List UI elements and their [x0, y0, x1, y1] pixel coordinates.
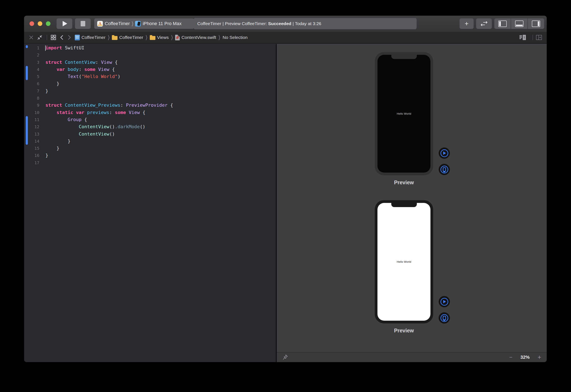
- preview-on-device-button[interactable]: [439, 164, 450, 175]
- live-preview-button[interactable]: [439, 147, 450, 159]
- minimize-window-button[interactable]: [38, 21, 42, 26]
- scheme-project: CoffeeTimer: [105, 21, 130, 26]
- left-panel-icon: [498, 20, 507, 27]
- text-cursor: [45, 45, 46, 51]
- preview-label: Preview: [375, 328, 433, 334]
- line-number: 1: [24, 44, 39, 52]
- breadcrumb-label: ContentView.swift: [181, 35, 216, 40]
- phone-screen-dark: Hello World: [377, 55, 430, 173]
- breadcrumb-chevron: 〉: [146, 34, 147, 41]
- preview-on-device-button[interactable]: [439, 312, 450, 324]
- code-line: Group {: [45, 116, 173, 123]
- breadcrumb-chevron: 〉: [108, 34, 109, 41]
- breadcrumb-item[interactable]: Views: [150, 35, 169, 40]
- device-circle-icon: [440, 314, 448, 322]
- phone-notch: [391, 55, 417, 59]
- adjust-editor-options-button[interactable]: [519, 35, 526, 40]
- line-number: 6: [24, 80, 39, 87]
- pin-preview-button[interactable]: [283, 354, 288, 360]
- code-editor[interactable]: 1234567891011121314151617 import SwiftUI…: [24, 44, 276, 362]
- live-preview-button[interactable]: [439, 296, 450, 307]
- folder-icon: [112, 36, 118, 40]
- zoom-in-button[interactable]: +: [538, 354, 541, 361]
- code-line: struct ContentView: View {: [45, 59, 173, 66]
- jumpbar-divider: [47, 35, 47, 40]
- code-text: import SwiftUIstruct ContentView: View {…: [45, 44, 173, 166]
- swift-file-icon: [175, 35, 180, 40]
- line-number: 8: [24, 95, 39, 102]
- breadcrumb-label: No Selection: [223, 35, 248, 40]
- breadcrumb-item[interactable]: CoffeeTimer: [112, 35, 143, 40]
- line-number: 3: [24, 59, 39, 66]
- run-button[interactable]: [57, 18, 72, 29]
- swap-arrows-icon: [480, 21, 488, 26]
- stop-icon: [81, 21, 85, 26]
- line-number: 16: [24, 152, 39, 159]
- breadcrumb-item[interactable]: No Selection: [223, 35, 248, 40]
- destination-device-icon: [135, 21, 141, 27]
- code-line: }: [45, 138, 173, 145]
- preview-phone-light: Hello World: [375, 200, 433, 323]
- close-window-button[interactable]: [30, 21, 34, 26]
- scheme-chevron: 〉: [132, 20, 133, 27]
- breadcrumb-label: Views: [157, 35, 169, 40]
- code-line: ContentView(): [45, 130, 173, 138]
- preview-text: Hello World: [397, 112, 411, 115]
- breadcrumb-label: CoffeeTimer: [119, 35, 143, 40]
- jumpbar-right-divider: [532, 35, 533, 40]
- code-line: import SwiftUI: [45, 44, 173, 52]
- code-line: }: [45, 87, 173, 95]
- go-forward-button[interactable]: [67, 35, 71, 40]
- breadcrumb-chevron: 〉: [171, 34, 173, 41]
- toggle-navigator-button[interactable]: [494, 18, 511, 29]
- zoom-out-button[interactable]: −: [509, 354, 512, 361]
- code-line: [45, 95, 173, 102]
- play-circle-icon: [440, 298, 448, 306]
- line-number: 14: [24, 138, 39, 145]
- line-number-gutter: 1234567891011121314151617: [24, 44, 39, 166]
- library-button[interactable]: +: [460, 18, 474, 29]
- breadcrumb: CoffeeTimer〉CoffeeTimer〉Views〉ContentVie…: [75, 35, 248, 40]
- preview-phone-dark: Hello World: [375, 52, 433, 175]
- code-line: static var previews: some View {: [45, 109, 173, 116]
- code-line: [45, 159, 173, 166]
- zoom-controls: − 32% +: [509, 354, 547, 361]
- desktop: A CoffeeTimer 〉 iPhone 11 Pro Max Coffee…: [0, 0, 571, 392]
- line-number: 5: [24, 73, 39, 80]
- line-number: 11: [24, 116, 39, 123]
- zoom-level: 32%: [520, 355, 529, 360]
- toggle-debug-area-button[interactable]: [511, 18, 527, 29]
- toggle-inspector-button[interactable]: [528, 18, 544, 29]
- bottom-panel-icon: [515, 20, 524, 27]
- line-number: 12: [24, 123, 39, 130]
- jumpbar-right-controls: [519, 35, 542, 40]
- code-line: }: [45, 80, 173, 87]
- line-number: 4: [24, 66, 39, 73]
- phone-notch: [391, 203, 417, 207]
- code-line: ContentView().darkMode(): [45, 123, 173, 130]
- project-icon: [75, 35, 80, 40]
- preview-canvas: Hello World Preview Hello World: [277, 44, 547, 362]
- zoom-window-button[interactable]: [46, 21, 50, 26]
- device-circle-icon: [440, 166, 448, 173]
- go-back-button[interactable]: [60, 35, 64, 40]
- breadcrumb-item[interactable]: ContentView.swift: [175, 35, 216, 40]
- code-line: var body: some View {: [45, 66, 173, 73]
- preview-label: Preview: [375, 180, 433, 185]
- breadcrumb-item[interactable]: CoffeeTimer: [75, 35, 105, 40]
- right-panel-icon: [532, 20, 540, 27]
- breadcrumb-chevron: 〉: [219, 34, 220, 41]
- scheme-selector[interactable]: A CoffeeTimer 〉 iPhone 11 Pro Max: [94, 18, 194, 29]
- plus-icon: +: [465, 20, 468, 27]
- minimize-editor-button[interactable]: [37, 35, 43, 40]
- stop-button[interactable]: [75, 18, 91, 29]
- related-items-button[interactable]: [50, 35, 56, 40]
- line-number: 13: [24, 130, 39, 138]
- editor-mode-button[interactable]: [476, 18, 492, 29]
- close-editor-button[interactable]: [29, 35, 34, 40]
- line-number: 7: [24, 87, 39, 95]
- code-line: [45, 52, 173, 58]
- app-scheme-icon: A: [97, 21, 103, 27]
- activity-status-bar: CoffeeTimer | Preview CoffeeTimer: Succe…: [194, 18, 417, 29]
- add-editor-button[interactable]: [536, 35, 542, 40]
